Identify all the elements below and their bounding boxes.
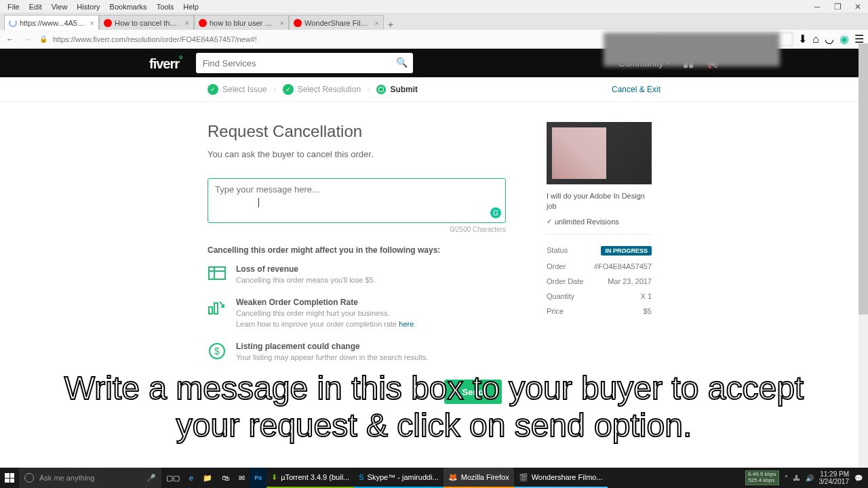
explorer-icon[interactable]: 📁 <box>198 468 217 488</box>
step-select-issue[interactable]: ✓Select Issue <box>208 84 267 95</box>
menu-tools[interactable]: Tools <box>152 1 179 12</box>
pocket-icon[interactable]: ◡ <box>825 33 834 45</box>
message-box[interactable]: G <box>208 178 506 223</box>
divider <box>547 234 652 235</box>
close-tab-icon[interactable]: × <box>88 19 94 27</box>
youtube-icon <box>294 19 302 27</box>
browser-tab[interactable]: How to cancel the order ... × <box>99 15 194 30</box>
message-textarea[interactable] <box>215 184 498 211</box>
gig-title: I will do your Adobe In Design job <box>547 191 652 212</box>
chevron-right-icon: › <box>368 85 370 93</box>
warning-listing: $ Listing placement could changeYour lis… <box>208 342 506 363</box>
gig-thumbnail[interactable] <box>547 122 652 184</box>
meta-order: Order#FO4E84A57457 <box>547 259 652 274</box>
cortana-search[interactable]: Ask me anything🎤 <box>19 468 161 488</box>
warning-heading: Cancelling this order might affect you i… <box>208 245 506 255</box>
menu-view[interactable]: View <box>47 1 73 12</box>
menu-file[interactable]: File <box>3 1 24 12</box>
browser-tab[interactable]: https://www...4A57457/new × <box>4 15 99 30</box>
svg-rect-3 <box>209 307 212 314</box>
back-button[interactable]: ← <box>4 33 16 45</box>
home-icon[interactable]: ⌂ <box>812 33 819 45</box>
close-button[interactable]: ✕ <box>848 0 868 14</box>
warning-title: Listing placement could change <box>236 342 428 351</box>
send-button[interactable]: Send <box>444 380 502 404</box>
search-input[interactable] <box>196 53 413 73</box>
clock[interactable]: 11:29 PM3/24/2017 <box>819 470 850 485</box>
tab-title: How to cancel the order ... <box>115 19 180 27</box>
warning-completion: Weaken Order Completion RateCancelling t… <box>208 298 506 329</box>
maximize-button[interactable]: ❐ <box>827 0 848 14</box>
svg-rect-0 <box>209 267 225 279</box>
chevron-right-icon: › <box>273 85 275 93</box>
taskbar-app[interactable]: SSkype™ - jamiruddi... <box>354 468 443 488</box>
photoshop-icon[interactable]: Ps <box>250 468 267 488</box>
revenue-icon <box>208 264 226 283</box>
menu-help[interactable]: Help <box>178 1 203 12</box>
close-tab-icon[interactable]: × <box>373 19 379 27</box>
grammarly-ext-icon[interactable]: ◉ <box>840 33 849 45</box>
scrollbar[interactable] <box>859 43 868 468</box>
network-icon[interactable]: 🖧 <box>793 474 800 482</box>
taskbar-app[interactable]: ⬇µTorrent 3.4.9 (buil... <box>267 468 354 488</box>
network-monitor[interactable]: 6.49.5 kbps525.4 kbps <box>745 470 778 485</box>
warning-desc: Cancelling this order might hurt your bu… <box>236 308 416 329</box>
menu-history[interactable]: History <box>72 1 104 12</box>
order-sidebar: I will do your Adobe In Design job unlim… <box>547 122 652 375</box>
step-label: Select Resolution <box>298 85 361 94</box>
mail-icon[interactable]: ✉ <box>234 468 250 488</box>
tab-title: WonderShare Filmora: Ho... <box>304 19 370 27</box>
new-tab-button[interactable]: + <box>384 19 397 30</box>
search-icon[interactable]: 🔍 <box>396 57 408 68</box>
browser-tab[interactable]: how to blur user name in ... × <box>194 15 289 30</box>
menu-edit[interactable]: Edit <box>24 1 47 12</box>
start-button[interactable] <box>0 468 19 488</box>
fiverr-logo[interactable]: fiverr <box>149 54 182 72</box>
cortana-icon <box>24 473 34 483</box>
warning-title: Loss of revenue <box>236 264 376 274</box>
action-center-icon[interactable]: 💬 <box>854 474 863 482</box>
minimize-button[interactable]: ─ <box>807 0 827 14</box>
page-title: Request Cancellation <box>208 122 506 141</box>
taskbar-app[interactable]: 🦊Mozilla Firefox <box>443 468 514 488</box>
meta-qty: QuantityX 1 <box>547 289 652 304</box>
close-tab-icon[interactable]: × <box>278 19 284 27</box>
warning-desc: Cancelling this order means you'll lose … <box>236 275 376 285</box>
tab-title: https://www...4A57457/new <box>20 19 85 27</box>
svg-text:$: $ <box>214 346 220 357</box>
loading-icon <box>9 19 17 27</box>
forward-button[interactable]: → <box>22 33 34 45</box>
taskbar-app[interactable]: 🎬Wondershare Filmo... <box>514 468 608 488</box>
check-icon: ✓ <box>283 84 294 95</box>
step-select-resolution[interactable]: ✓Select Resolution <box>283 84 361 95</box>
mic-icon[interactable]: 🎤 <box>146 474 156 483</box>
edge-icon[interactable]: e <box>184 468 198 488</box>
dollar-icon: $ <box>208 342 226 361</box>
cortana-placeholder: Ask me anything <box>39 474 94 482</box>
menu-bookmarks[interactable]: Bookmarks <box>105 1 152 12</box>
browser-tab[interactable]: WonderShare Filmora: Ho... × <box>289 15 384 30</box>
warning-revenue: Loss of revenueCancelling this order mea… <box>208 264 506 285</box>
revisions-label: unlimited Revisions <box>547 218 652 226</box>
learn-more-link[interactable]: here <box>399 320 414 328</box>
meta-status: StatusIN PROGRESS <box>547 243 652 259</box>
close-tab-icon[interactable]: × <box>183 19 189 27</box>
tray-chevron-icon[interactable]: ˄ <box>785 474 788 482</box>
url-text[interactable]: https://www.fiverr.com/resolution/order/… <box>53 35 624 43</box>
page-subtitle: You can ask the buyer to cancel this ord… <box>208 149 506 159</box>
youtube-icon <box>199 19 207 27</box>
volume-icon[interactable]: 🔊 <box>806 474 814 482</box>
browser-menubar: File Edit View History Bookmarks Tools H… <box>0 0 868 14</box>
step-submit: Submit <box>376 85 418 94</box>
grammarly-badge-icon[interactable]: G <box>490 207 501 218</box>
current-step-icon <box>376 85 386 94</box>
browser-tabbar: https://www...4A57457/new × How to cance… <box>0 14 868 30</box>
warning-desc: Your listing may appear further down in … <box>236 352 428 363</box>
store-icon[interactable]: 🛍 <box>217 468 234 488</box>
tab-title: how to blur user name in ... <box>210 19 275 27</box>
scrollbar-thumb[interactable] <box>859 43 868 314</box>
cancel-exit-link[interactable]: Cancel & Exit <box>612 85 660 94</box>
char-counter: 0/2500 Characters <box>208 226 506 233</box>
download-icon[interactable]: ⬇ <box>798 33 807 45</box>
task-view-button[interactable]: ▢▢ <box>161 468 184 488</box>
